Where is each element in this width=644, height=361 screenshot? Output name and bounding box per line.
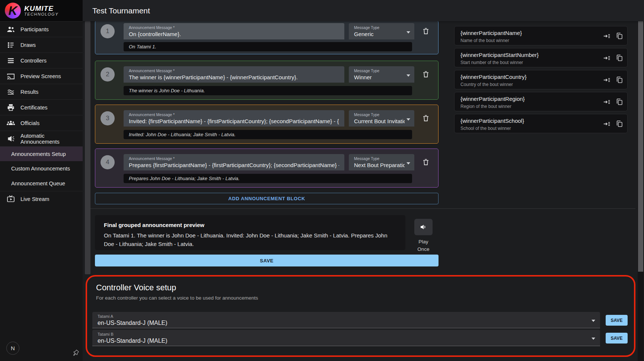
sidebar-item-label: Preview Screens bbox=[20, 73, 61, 79]
select-label: Message Type bbox=[354, 156, 405, 161]
announcement-preview: On Tatami 1. bbox=[124, 42, 412, 51]
copy-variable-button[interactable] bbox=[615, 76, 624, 84]
trash-icon bbox=[422, 70, 430, 79]
sidebar-item-custom-announcements[interactable]: Custom Announcements bbox=[0, 161, 83, 176]
voice-select-tatami-a[interactable]: Tatami A en-US-Standard-J (MALE) bbox=[92, 312, 600, 328]
announcement-message-input[interactable]: Announcement Message * Prepares {firstPa… bbox=[124, 154, 344, 170]
copy-variable-button[interactable] bbox=[615, 120, 624, 128]
announcement-message-input[interactable]: Announcement Message * On {controllerNam… bbox=[124, 23, 344, 39]
sidebar-item-label: Participants bbox=[20, 26, 49, 32]
message-type-select[interactable]: Message Type Generic bbox=[349, 23, 414, 39]
field-value: Prepares {firstParticipantName} - {first… bbox=[129, 162, 339, 168]
copy-icon bbox=[615, 98, 624, 106]
select-value: Next Bout Preparation bbox=[354, 162, 405, 168]
select-value: en-US-Standard-J (MALE) bbox=[98, 320, 589, 326]
copy-variable-button[interactable] bbox=[615, 54, 624, 62]
announcement-message-input[interactable]: Announcement Message * Invited: {firstPa… bbox=[124, 110, 344, 127]
voice-select-tatami-b[interactable]: Tatami B en-US-Standard-J (MALE) bbox=[92, 330, 600, 346]
block-number-badge: 4 bbox=[101, 155, 115, 169]
add-announcement-block-button[interactable]: ADD ANNOUNCEMENT BLOCK bbox=[95, 193, 439, 204]
sidebar-item-officials[interactable]: Officials bbox=[0, 115, 83, 131]
sidebar-item-automatic-announcements[interactable]: Automatic Announcements bbox=[0, 131, 83, 146]
chevron-down-icon bbox=[407, 118, 410, 121]
message-type-select[interactable]: Message Type Next Bout Preparation bbox=[349, 154, 414, 170]
copy-variable-button[interactable] bbox=[615, 98, 624, 106]
sidebar-item-announcements-setup[interactable]: Announcements Setup bbox=[0, 146, 83, 161]
field-label: Announcement Message * bbox=[129, 156, 339, 161]
sidebar-item-certificates[interactable]: Certificates bbox=[0, 99, 83, 115]
copy-variable-button[interactable] bbox=[615, 32, 624, 40]
announcement-block-4: 4 Announcement Message * Prepares {first… bbox=[95, 148, 439, 188]
insert-variable-button[interactable] bbox=[603, 76, 611, 84]
brand-logo[interactable]: K KUMITE TECHNOLOGY bbox=[0, 0, 83, 21]
insert-variable-button[interactable] bbox=[603, 120, 611, 128]
delete-block-button[interactable] bbox=[420, 156, 432, 168]
announcement-preview: Prepares John Doe - Lithuania; Jake Smit… bbox=[124, 174, 412, 183]
final-preview-card: Final grouped announcement preview On Ta… bbox=[95, 215, 405, 250]
sidebar: K KUMITE TECHNOLOGY Participants Draws C… bbox=[0, 0, 83, 361]
trash-icon bbox=[422, 114, 430, 122]
page-scrollbar-track[interactable] bbox=[638, 0, 644, 361]
megaphone-icon bbox=[6, 134, 15, 143]
select-label: Message Type bbox=[354, 68, 405, 73]
sidebar-item-label: Controllers bbox=[20, 58, 47, 64]
sidebar-item-announcement-queue[interactable]: Announcement Queue bbox=[0, 176, 83, 191]
sidebar-item-draws[interactable]: Draws bbox=[0, 37, 83, 52]
variable-card: {winnerParticipantCountry} Country of th… bbox=[454, 70, 628, 89]
page-scrollbar-thumb[interactable] bbox=[638, 19, 643, 272]
speaker-icon bbox=[419, 223, 428, 231]
select-value: Winner bbox=[354, 74, 405, 80]
select-label: Message Type bbox=[354, 112, 405, 117]
insert-variable-button[interactable] bbox=[603, 54, 611, 62]
message-type-select[interactable]: Message Type Winner bbox=[349, 66, 414, 83]
variable-description: School of the bout winner bbox=[460, 126, 511, 131]
insert-icon bbox=[603, 120, 611, 128]
field-value: The winner is {winnerParticipantName} - … bbox=[129, 74, 339, 80]
variable-name: {winnerParticipantName} bbox=[460, 30, 522, 36]
sidebar-item-participants[interactable]: Participants bbox=[0, 21, 83, 37]
message-type-select[interactable]: Message Type Current Bout Invitation bbox=[349, 110, 414, 127]
save-announcements-button[interactable]: SAVE bbox=[95, 255, 439, 266]
field-label: Announcement Message * bbox=[129, 112, 339, 117]
select-label: Message Type bbox=[354, 25, 405, 30]
avatar[interactable]: N bbox=[6, 342, 19, 355]
sidebar-item-label: Automatic Announcements bbox=[20, 133, 83, 145]
field-label: Announcement Message * bbox=[129, 25, 339, 30]
chevron-down-icon bbox=[592, 338, 595, 340]
delete-block-button[interactable] bbox=[420, 25, 432, 37]
insert-variable-button[interactable] bbox=[603, 32, 611, 40]
sidebar-item-controllers[interactable]: Controllers bbox=[0, 52, 83, 68]
sidebar-item-preview-screens[interactable]: Preview Screens bbox=[0, 68, 83, 84]
select-label: Tatami B bbox=[98, 332, 589, 336]
sidebar-item-live-stream[interactable]: Live Stream bbox=[0, 191, 83, 207]
page-title: Test Tournament bbox=[92, 6, 150, 15]
save-voice-tatami-a-button[interactable]: SAVE bbox=[606, 315, 628, 326]
delete-block-button[interactable] bbox=[420, 68, 432, 80]
content-scrollbar[interactable] bbox=[85, 21, 90, 274]
chevron-down-icon bbox=[407, 162, 410, 164]
variable-description: Country of the bout winner bbox=[460, 82, 513, 87]
chevron-down-icon bbox=[407, 31, 410, 33]
save-voice-tatami-b-button[interactable]: SAVE bbox=[606, 333, 628, 344]
pin-icon[interactable] bbox=[71, 349, 80, 357]
insert-icon bbox=[603, 32, 611, 40]
block-number-badge: 1 bbox=[101, 24, 115, 38]
variable-description: Name of the bout winner bbox=[460, 38, 509, 43]
announcement-preview: The winner is John Doe - Lithuania. bbox=[124, 86, 412, 95]
block-number-badge: 3 bbox=[101, 111, 115, 125]
sidebar-item-results[interactable]: Results bbox=[0, 84, 83, 99]
variable-name: {winnerParticipantRegion} bbox=[460, 96, 525, 102]
announcement-message-input[interactable]: Announcement Message * The winner is {wi… bbox=[124, 66, 344, 83]
play-once-button[interactable] bbox=[414, 219, 433, 235]
block-number-badge: 2 bbox=[101, 67, 115, 82]
announcement-block-2: 2 Announcement Message * The winner is {… bbox=[95, 61, 439, 100]
insert-variable-button[interactable] bbox=[603, 98, 611, 106]
variable-name: {winnerParticipantCountry} bbox=[460, 74, 527, 80]
sidebar-item-label: Draws bbox=[20, 42, 36, 48]
field-value: Invited: {firstParticipantName} - {first… bbox=[129, 118, 339, 124]
sidebar-subitem-label: Custom Announcements bbox=[11, 166, 70, 172]
cast-icon bbox=[6, 72, 15, 81]
insert-icon bbox=[603, 54, 611, 62]
delete-block-button[interactable] bbox=[420, 112, 432, 124]
brand-name: KUMITE bbox=[24, 5, 58, 12]
